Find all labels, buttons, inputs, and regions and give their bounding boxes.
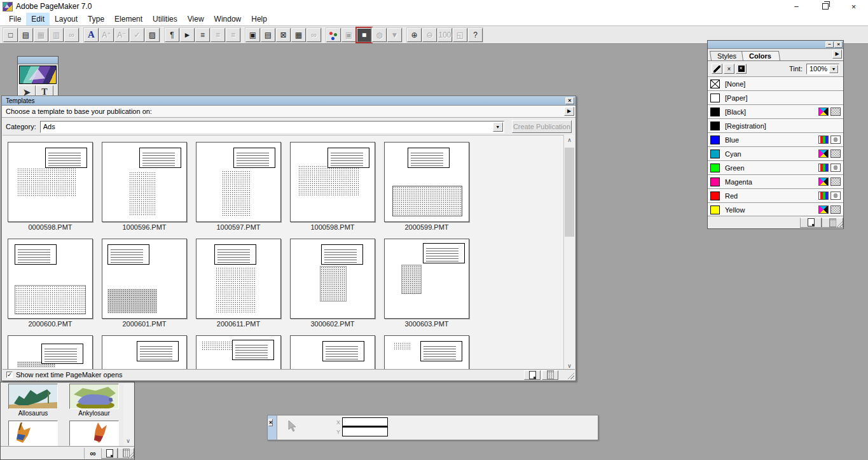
show-next-time-checkbox[interactable]: ✓ xyxy=(6,372,13,378)
palette-tab[interactable]: Colors xyxy=(741,51,780,60)
delete-button[interactable] xyxy=(542,370,558,380)
palette-close-button[interactable]: × xyxy=(834,41,843,48)
new-button[interactable]: □ xyxy=(3,28,18,42)
menu-item[interactable]: Utilities xyxy=(148,13,183,25)
templates-scrollbar[interactable]: ∧ ∨ xyxy=(563,135,575,371)
color-row[interactable]: Yellow xyxy=(708,203,843,217)
actual-size-button[interactable]: 100 xyxy=(437,28,452,42)
template-card[interactable]: 1000598.PMT xyxy=(290,142,375,232)
menu-item[interactable]: Element xyxy=(109,13,148,25)
template-card[interactable]: 0000598.PMT xyxy=(8,142,93,232)
template-card[interactable] xyxy=(290,335,375,372)
palette-menu-arrow-button[interactable]: ▶ xyxy=(832,50,842,59)
color-row[interactable]: [Paper] xyxy=(708,91,843,105)
template-card[interactable]: 1000596.PMT xyxy=(102,142,187,232)
spelling-button[interactable]: ✓ xyxy=(130,28,144,42)
template-card[interactable]: 2000601.PMT xyxy=(102,239,187,329)
find-picture-button[interactable]: ∞ xyxy=(84,448,101,459)
color-row[interactable]: Green xyxy=(708,161,843,175)
template-card[interactable] xyxy=(384,335,469,372)
fill-stroke-button[interactable]: ▨ xyxy=(145,28,160,42)
templates-close-button[interactable]: × xyxy=(565,97,574,104)
prompt-arrow-button[interactable]: ▶ xyxy=(564,107,574,116)
open-button[interactable]: ▤ xyxy=(18,28,33,42)
increase-font-button[interactable]: A⁺ xyxy=(99,28,114,42)
x-coordinate-field[interactable] xyxy=(342,417,388,427)
photoshop-button[interactable]: ■ xyxy=(357,28,371,42)
bullets-numbering-button[interactable]: ≡ xyxy=(195,28,210,42)
insert-object-button[interactable]: ▦ xyxy=(291,28,306,42)
template-card[interactable]: 2000600.PMT xyxy=(8,239,93,329)
save-button[interactable]: ▦ xyxy=(34,28,48,42)
find-button[interactable]: ∞ xyxy=(64,28,79,42)
color-row[interactable]: Blue xyxy=(708,133,843,147)
color-row[interactable]: Cyan xyxy=(708,147,843,161)
template-card[interactable] xyxy=(102,335,187,372)
zoom-in-button[interactable]: ⊕ xyxy=(407,28,422,42)
help-button[interactable]: ? xyxy=(468,28,483,42)
template-card[interactable]: 3000603.PMT xyxy=(384,239,469,329)
resize-grip[interactable] xyxy=(566,371,574,379)
frame-button[interactable]: ⊠ xyxy=(276,28,291,42)
decrease-font-button[interactable]: A⁻ xyxy=(114,28,129,42)
color-row[interactable]: Magenta xyxy=(708,175,843,189)
color-row[interactable]: [Black] xyxy=(708,105,843,119)
template-card[interactable]: 1000597.PMT xyxy=(196,142,281,232)
paste-attributes-button[interactable]: ▤ xyxy=(261,28,275,42)
create-publication-button[interactable]: Create Publication xyxy=(512,120,572,133)
palette-minimize-button[interactable]: − xyxy=(825,41,834,48)
stroke-button[interactable] xyxy=(712,64,722,74)
color-row[interactable]: [Registration] xyxy=(708,119,843,133)
zoom-out-button[interactable]: ⊖ xyxy=(422,28,437,42)
menu-item[interactable]: Window xyxy=(209,13,247,25)
ankylosaur-thumbnail[interactable] xyxy=(69,384,119,409)
allosaurus-thumbnail[interactable] xyxy=(8,384,58,409)
fit-window-button[interactable]: ◱ xyxy=(453,28,467,42)
toolbox-titlebar[interactable] xyxy=(18,57,58,64)
paragraph-specs-button[interactable]: ¶ xyxy=(165,28,179,42)
template-card[interactable] xyxy=(196,335,281,372)
menu-item[interactable]: File xyxy=(4,13,26,25)
web-button[interactable]: ◍ xyxy=(372,28,387,42)
new-color-button[interactable] xyxy=(800,218,822,228)
template-card[interactable]: 2000611.PMT xyxy=(196,239,281,329)
control-palette-close-button[interactable]: × xyxy=(268,419,273,426)
new-item-button[interactable] xyxy=(101,448,118,459)
picture-scrollbar[interactable]: ∨ xyxy=(123,384,133,446)
color-row[interactable]: [None] xyxy=(708,77,843,91)
menu-item[interactable]: Edit xyxy=(26,13,50,25)
palette-tab[interactable]: Styles xyxy=(710,51,745,60)
scroll-up-icon[interactable]: ∧ xyxy=(564,135,575,145)
y-coordinate-field[interactable] xyxy=(342,427,388,436)
character-specs-button[interactable]: A xyxy=(84,28,99,42)
menu-item[interactable]: View xyxy=(183,13,209,25)
tint-dropdown[interactable]: 100% ▼ xyxy=(806,64,839,74)
scrollbar-thumb[interactable] xyxy=(565,148,574,237)
category-dropdown-arrow-icon[interactable]: ▼ xyxy=(493,122,503,132)
autoflow-button[interactable]: ► xyxy=(180,28,195,42)
fill-none-button[interactable]: × xyxy=(724,64,734,74)
place-image-button[interactable]: ▣ xyxy=(341,28,356,42)
new-item-button[interactable] xyxy=(524,370,541,380)
menu-item[interactable]: Layout xyxy=(50,13,83,25)
color-row[interactable]: Red xyxy=(708,189,843,203)
menu-item[interactable]: Type xyxy=(83,13,109,25)
tint-dropdown-arrow-icon[interactable]: ▼ xyxy=(829,65,838,73)
scroll-down-icon[interactable]: ∨ xyxy=(123,436,133,446)
template-card[interactable]: 3000602.PMT xyxy=(290,239,375,329)
template-card[interactable]: 2000599.PMT xyxy=(384,142,469,232)
picture-thumbnail[interactable] xyxy=(69,421,119,446)
copy-button[interactable]: ▣ xyxy=(245,28,260,42)
pdf-button[interactable]: ▼ xyxy=(387,28,402,42)
image-button[interactable] xyxy=(326,28,341,42)
indent-increase-button[interactable]: ≡ xyxy=(226,28,240,42)
restore-button[interactable] xyxy=(811,0,839,13)
colors-palette-titlebar[interactable]: − × xyxy=(708,41,843,49)
template-card[interactable] xyxy=(8,335,93,372)
control-palette-handle[interactable]: × xyxy=(268,415,277,440)
indent-decrease-button[interactable]: ≡ xyxy=(210,28,225,42)
minimize-button[interactable]: − xyxy=(782,0,811,13)
print-button[interactable]: ▥ xyxy=(49,28,64,42)
close-button[interactable]: × xyxy=(839,0,868,13)
fill-both-button[interactable] xyxy=(736,64,747,74)
